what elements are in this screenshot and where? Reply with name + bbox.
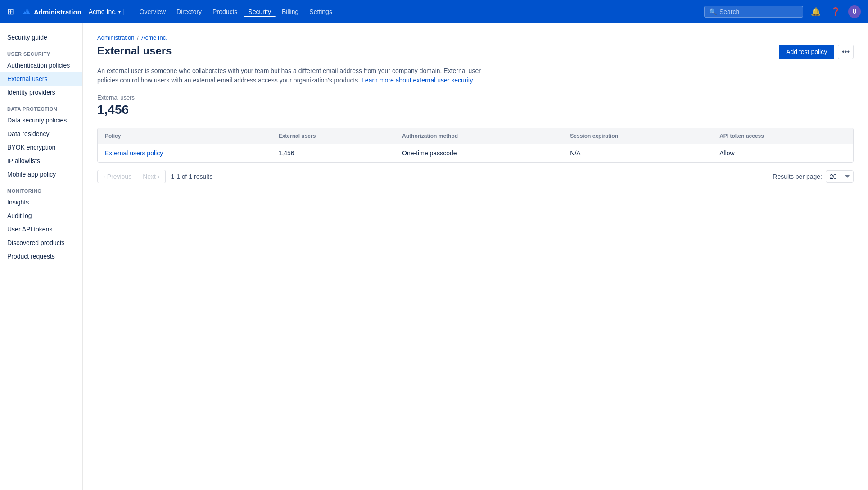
table-body: External users policy1,456One-time passc…	[98, 144, 853, 163]
breadcrumb: Administration / Acme Inc.	[97, 34, 854, 41]
page-title: External users	[97, 45, 172, 57]
learn-more-link[interactable]: Learn more about external user security	[362, 77, 473, 84]
nav-link-billing[interactable]: Billing	[277, 6, 303, 17]
breadcrumb-admin[interactable]: Administration	[97, 34, 134, 41]
col-header-policy: Policy	[98, 128, 271, 144]
org-name: Acme Inc.	[89, 8, 117, 15]
topnav-right: 🔍 🔔 ❓ U	[704, 5, 861, 19]
session-expiration-cell: N/A	[563, 144, 712, 163]
policy-cell: External users policy	[98, 144, 271, 163]
pagination: ‹ Previous Next › 1-1 of 1 results Resul…	[97, 170, 854, 183]
page-header-actions: Add test policy •••	[779, 45, 854, 59]
external-users-cell: 1,456	[271, 144, 395, 163]
sidebar-item-mobile-app-policy[interactable]: Mobile app policy	[0, 168, 82, 181]
col-header-session-expiration: Session expiration	[563, 128, 712, 144]
nav-link-settings[interactable]: Settings	[305, 6, 337, 17]
col-header-api-token-access: API token access	[712, 128, 853, 144]
results-info: 1-1 of 1 results	[171, 173, 213, 180]
chevron-down-icon: ▾	[118, 9, 121, 14]
sidebar-sections: USER SECURITYAuthentication policiesExte…	[0, 44, 82, 263]
api-token-cell: Allow	[712, 144, 853, 163]
nav-link-products[interactable]: Products	[208, 6, 242, 17]
more-actions-button[interactable]: •••	[838, 45, 854, 59]
page-description: An external user is someone who collabor…	[97, 66, 484, 85]
pagination-nav: ‹ Previous Next ›	[97, 170, 166, 183]
stats-value: 1,456	[97, 103, 854, 117]
chevron-left-icon: ‹	[103, 173, 105, 180]
page-header: External users Add test policy •••	[97, 45, 854, 59]
nav-link-security[interactable]: Security	[244, 6, 276, 17]
brand-name: Administration	[34, 8, 81, 16]
top-navigation: ⊞ Administration Acme Inc. ▾ | Over	[0, 0, 868, 23]
sidebar-section-monitoring: MONITORING	[0, 181, 82, 195]
add-test-policy-button[interactable]: Add test policy	[779, 45, 834, 59]
notifications-icon[interactable]: 🔔	[809, 5, 823, 19]
breadcrumb-org[interactable]: Acme Inc.	[141, 34, 167, 41]
org-selector[interactable]: Acme Inc. ▾	[89, 8, 121, 15]
main-content: Administration / Acme Inc. External user…	[83, 23, 868, 490]
search-box[interactable]: 🔍	[704, 6, 803, 18]
nav-link-overview[interactable]: Overview	[135, 6, 170, 17]
results-per-page-select[interactable]: 102050100	[826, 170, 854, 183]
sidebar-section-data-protection: DATA PROTECTION	[0, 99, 82, 113]
auth-method-cell: One-time passcode	[395, 144, 563, 163]
sidebar-item-product-requests[interactable]: Product requests	[0, 250, 82, 263]
table-header: PolicyExternal usersAuthorization method…	[98, 128, 853, 144]
sidebar-item-byok-encryption[interactable]: BYOK encryption	[0, 141, 82, 154]
table-row: External users policy1,456One-time passc…	[98, 144, 853, 163]
breadcrumb-separator: /	[137, 34, 139, 41]
brand-logo: Administration	[21, 6, 81, 17]
sidebar-item-external-users[interactable]: External users	[0, 72, 82, 86]
external-users-table: PolicyExternal usersAuthorization method…	[97, 128, 854, 163]
next-button[interactable]: Next ›	[137, 170, 165, 183]
avatar[interactable]: U	[848, 5, 861, 18]
sidebar-item-identity-providers[interactable]: Identity providers	[0, 86, 82, 99]
policy-table: PolicyExternal usersAuthorization method…	[98, 128, 853, 162]
sidebar-item-insights[interactable]: Insights	[0, 195, 82, 209]
help-icon[interactable]: ❓	[828, 5, 843, 19]
search-input[interactable]	[719, 8, 791, 15]
previous-button[interactable]: ‹ Previous	[97, 170, 137, 183]
pagination-right: Results per page: 102050100	[773, 170, 854, 183]
policy-link[interactable]: External users policy	[105, 150, 163, 157]
sidebar-item-ip-allowlists[interactable]: IP allowlists	[0, 154, 82, 168]
sidebar-item-discovered-products[interactable]: Discovered products	[0, 236, 82, 250]
sidebar-item-data-residency[interactable]: Data residency	[0, 127, 82, 141]
layout: Security guide USER SECURITYAuthenticati…	[0, 23, 868, 490]
results-per-page-label: Results per page:	[773, 173, 822, 180]
sidebar-item-user-api-tokens[interactable]: User API tokens	[0, 222, 82, 236]
top-nav-links: OverviewDirectoryProductsSecurityBilling…	[135, 6, 337, 17]
sidebar-item-audit-log[interactable]: Audit log	[0, 209, 82, 222]
sidebar-section-user-security: USER SECURITY	[0, 44, 82, 59]
sidebar-item-auth-policies[interactable]: Authentication policies	[0, 59, 82, 72]
search-icon: 🔍	[709, 8, 717, 15]
table-header-row: PolicyExternal usersAuthorization method…	[98, 128, 853, 144]
sidebar: Security guide USER SECURITYAuthenticati…	[0, 23, 83, 490]
grid-icon[interactable]: ⊞	[7, 7, 14, 17]
sidebar-item-data-security-policies[interactable]: Data security policies	[0, 113, 82, 127]
pagination-left: ‹ Previous Next › 1-1 of 1 results	[97, 170, 212, 183]
col-header-external-users: External users	[271, 128, 395, 144]
chevron-right-icon: ›	[158, 173, 160, 180]
stats-label: External users	[97, 94, 854, 101]
nav-link-directory[interactable]: Directory	[172, 6, 206, 17]
atlassian-icon	[21, 6, 32, 17]
sidebar-item-security-guide[interactable]: Security guide	[0, 31, 82, 44]
col-header-auth-method: Authorization method	[395, 128, 563, 144]
